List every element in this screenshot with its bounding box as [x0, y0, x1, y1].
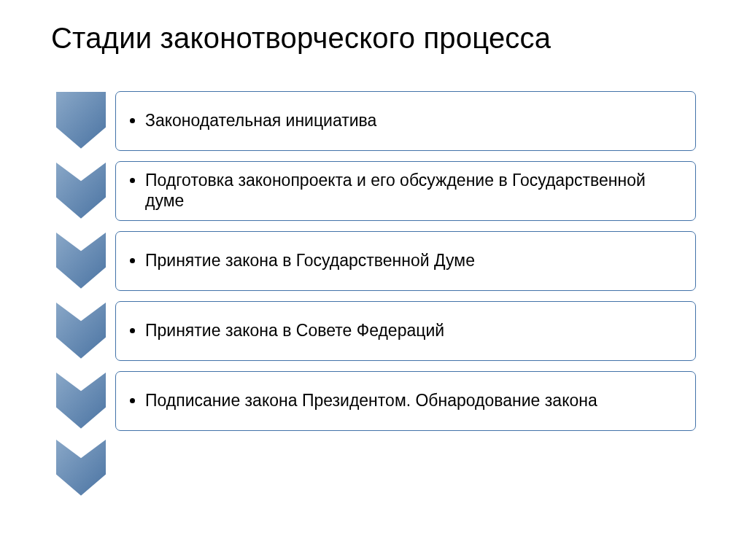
slide: Стадии законотворческого процесса Законо… [0, 0, 747, 560]
chevron-down-icon [51, 160, 111, 221]
process-list: Законодательная инициатива Подготовка за… [51, 90, 696, 491]
chevron-down-icon [51, 370, 111, 431]
chevron-down-icon [51, 90, 111, 151]
chevron-down-icon [51, 437, 111, 498]
chevron-down-icon [51, 230, 111, 291]
step-label: Подготовка законопроекта и его обсуждени… [145, 171, 682, 211]
step-label: Принятие закона в Государственной Думе [145, 251, 475, 271]
chevron-down-icon [51, 300, 111, 361]
step-label: Принятие закона в Совете Федераций [145, 321, 444, 341]
process-step: Принятие закона в Совете Федераций [51, 300, 696, 361]
process-step: Принятие закона в Государственной Думе [51, 230, 696, 291]
process-step: Законодательная инициатива [51, 90, 696, 151]
process-step: Подготовка законопроекта и его обсуждени… [51, 160, 696, 221]
step-box: Подписание закона Президентом. Обнародов… [115, 371, 696, 431]
step-box: Принятие закона в Совете Федераций [115, 301, 696, 361]
page-title: Стадии законотворческого процесса [51, 22, 696, 55]
step-box: Законодательная инициатива [115, 91, 696, 151]
process-tail [51, 440, 696, 491]
process-step: Подписание закона Президентом. Обнародов… [51, 370, 696, 431]
step-box: Принятие закона в Государственной Думе [115, 231, 696, 291]
step-label: Подписание закона Президентом. Обнародов… [145, 391, 597, 411]
step-label: Законодательная инициатива [145, 111, 376, 131]
step-box: Подготовка законопроекта и его обсуждени… [115, 161, 696, 221]
